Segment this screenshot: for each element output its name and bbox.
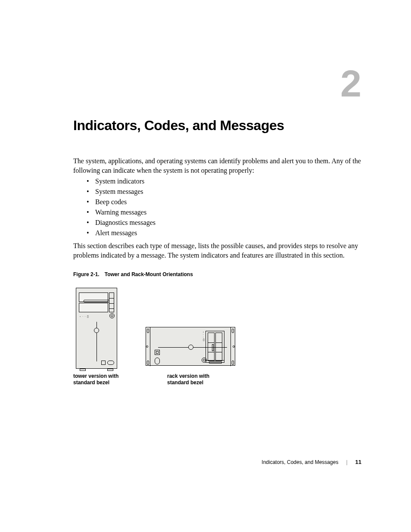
figure-region: ◦ · · ▯ tower version with standard beze… <box>73 285 246 389</box>
rack-left-ports-icon <box>155 350 160 364</box>
tower-lock-ring-icon <box>109 313 115 318</box>
rack-chassis-icon: ◦··▯ <box>146 327 235 366</box>
list-item: System indicators <box>87 176 156 187</box>
tower-foot-right-icon <box>107 369 113 371</box>
figure-caption: Figure 2-1.Tower and Rack-Mount Orientat… <box>73 271 193 277</box>
list-item: Warning messages <box>87 207 156 218</box>
rack-drive-stack-icon <box>206 331 224 363</box>
footer-page-number: 11 <box>355 459 361 465</box>
document-page: 2 Indicators, Codes, and Messages The sy… <box>0 0 411 532</box>
tower-center-circle-icon <box>94 328 99 333</box>
rack-inner-panel-icon: ◦··▯ <box>152 329 229 364</box>
tower-drive-tray-icon <box>84 300 109 302</box>
rack-figure-label: rack version with standard bezel <box>167 373 223 386</box>
footer-section-title: Indicators, Codes, and Messages <box>262 459 338 465</box>
chapter-title: Indicators, Codes, and Messages <box>73 118 284 134</box>
tower-bottom-ports-icon <box>101 361 114 365</box>
intro-paragraph-2: This section describes each type of mess… <box>73 241 361 261</box>
tower-led-row-icon: ◦ · · ▯ <box>80 315 89 318</box>
rack-center-circle-icon <box>188 345 193 350</box>
list-item: System messages <box>87 187 156 197</box>
rack-screw-left-icon <box>146 345 148 348</box>
figure-number: Figure 2-1. <box>73 271 100 277</box>
tower-side-column-icon <box>109 292 114 312</box>
tower-foot-left-icon <box>80 369 86 371</box>
chapter-number: 2 <box>340 65 361 103</box>
tower-figure-label: tower version with standard bezel <box>73 373 125 386</box>
list-item: Beep codes <box>87 197 156 207</box>
list-item: Diagnostics messages <box>87 218 156 228</box>
footer-divider-icon: | <box>346 459 347 465</box>
rack-screw-right-icon <box>233 345 235 348</box>
figure-title: Tower and Rack-Mount Orientations <box>105 271 193 277</box>
tower-optical-bay-icon <box>79 292 108 302</box>
list-item: Alert messages <box>87 228 156 238</box>
intro-bullet-list: System indicators System messages Beep c… <box>87 176 156 238</box>
intro-paragraph-1: The system, applications, and operating … <box>73 156 361 176</box>
tower-chassis-icon: ◦ · · ▯ <box>76 288 117 369</box>
tower-blank-bay-icon <box>79 303 108 312</box>
rack-bottom-bay-icon <box>206 360 224 364</box>
page-footer: Indicators, Codes, and Messages | 11 <box>262 459 361 465</box>
